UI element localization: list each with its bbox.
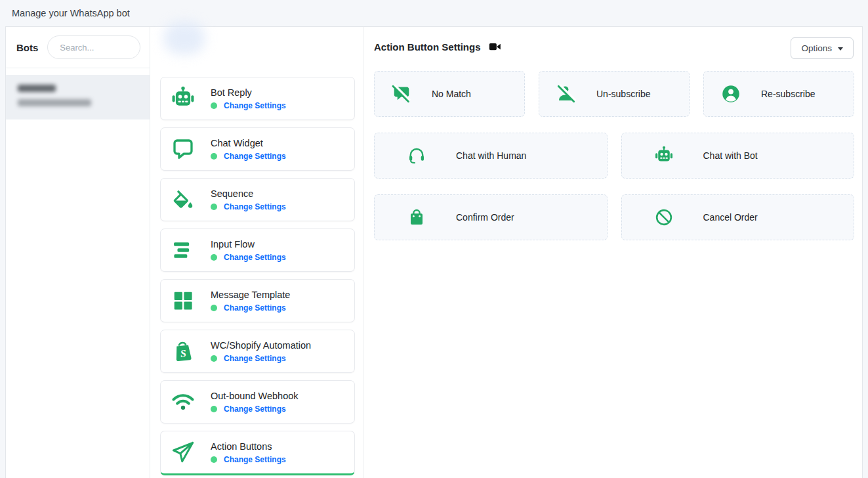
panel-title: Action Button Settings [374, 41, 480, 53]
shopify-bag-icon: S [170, 338, 196, 364]
action-button-label: Re-subscribe [761, 89, 815, 99]
top-bar: Manage your WhatsApp bot [0, 0, 868, 26]
action-button-chat-with-bot[interactable]: Chat with Bot [621, 133, 855, 179]
status-dot [211, 102, 217, 109]
person-circle-icon [720, 83, 741, 104]
person-off-icon [556, 83, 577, 104]
action-button-label: Un-subscribe [596, 89, 650, 99]
feature-card-list: Bot Reply Change Settings Chat Widget Ch… [160, 77, 355, 478]
feature-card-outbound-webhook[interactable]: Out-bound Webhook Change Settings [160, 380, 355, 424]
feature-card-sequence[interactable]: Sequence Change Settings [160, 178, 355, 221]
feature-title: Bot Reply [211, 87, 286, 98]
action-button-no-match[interactable]: No Match [374, 71, 525, 117]
feature-title: Action Buttons [211, 441, 286, 452]
main-container: Bots Bot Reply Change Settings [5, 26, 863, 478]
paper-plane-icon [170, 439, 196, 466]
feature-title: Chat Widget [211, 138, 286, 148]
status-dot [211, 355, 217, 362]
change-settings-link[interactable]: Change Settings [224, 101, 286, 110]
action-button-chat-with-human[interactable]: Chat with Human [374, 133, 608, 179]
feature-card-bot-reply[interactable]: Bot Reply Change Settings [160, 77, 355, 120]
change-settings-link[interactable]: Change Settings [224, 303, 286, 313]
redacted-bot-name [18, 85, 56, 92]
features-column: Bot Reply Change Settings Chat Widget Ch… [150, 27, 363, 478]
panel-header: Action Button Settings [374, 41, 501, 53]
wifi-icon [170, 389, 196, 415]
action-button-label: Confirm Order [456, 212, 514, 223]
action-buttons-grid: No Match Un-subscribe Re-subscribe [374, 71, 854, 256]
action-button-confirm-order[interactable]: Confirm Order [374, 194, 608, 240]
feature-card-wc-shopify[interactable]: S WC/Shopify Automation Change Settings [160, 330, 355, 373]
status-dot [211, 204, 217, 210]
search-input[interactable] [47, 35, 140, 59]
change-settings-link[interactable]: Change Settings [224, 152, 286, 161]
action-button-label: No Match [432, 89, 471, 99]
paint-fill-icon [170, 186, 196, 213]
feature-title: Sequence [211, 188, 286, 199]
ban-icon [653, 207, 674, 228]
options-button[interactable]: Options [791, 37, 854, 59]
headset-icon [406, 145, 427, 166]
action-button-cancel-order[interactable]: Cancel Order [621, 194, 855, 240]
action-button-label: Chat with Bot [703, 150, 758, 161]
action-button-label: Chat with Human [456, 150, 526, 161]
feature-title: Input Flow [211, 239, 286, 250]
feature-card-message-template[interactable]: Message Template Change Settings [160, 279, 355, 322]
change-settings-link[interactable]: Change Settings [224, 354, 286, 363]
change-settings-link[interactable]: Change Settings [224, 404, 286, 414]
bars-icon [170, 237, 196, 263]
change-settings-link[interactable]: Change Settings [224, 202, 286, 211]
status-dot [211, 254, 217, 261]
grid-icon [170, 288, 196, 314]
change-settings-link[interactable]: Change Settings [224, 253, 286, 262]
action-button-resubscribe[interactable]: Re-subscribe [703, 71, 854, 117]
feature-title: WC/Shopify Automation [211, 340, 311, 351]
action-button-settings-panel: Action Button Settings Options No Match [363, 27, 862, 478]
feature-card-chat-widget[interactable]: Chat Widget Change Settings [160, 127, 355, 171]
robot-icon [170, 85, 196, 112]
feature-card-action-buttons[interactable]: Action Buttons Change Settings [160, 431, 355, 475]
caret-down-icon [838, 47, 843, 51]
feature-title: Message Template [211, 290, 290, 300]
feature-card-input-flow[interactable]: Input Flow Change Settings [160, 228, 355, 272]
sidebar-title: Bots [16, 42, 38, 53]
status-dot [211, 153, 217, 160]
svg-text:S: S [180, 347, 187, 359]
status-dot [211, 305, 217, 311]
shopping-bag-icon [406, 207, 427, 228]
chat-bubble-icon [170, 136, 196, 162]
status-dot [211, 406, 217, 412]
action-button-unsubscribe[interactable]: Un-subscribe [539, 71, 690, 117]
redacted-bot-phone [18, 99, 91, 106]
status-dot [211, 456, 217, 463]
robot-icon [653, 145, 674, 166]
chat-off-icon [391, 83, 412, 104]
feature-title: Out-bound Webhook [211, 391, 299, 401]
video-camera-icon[interactable] [489, 42, 501, 52]
change-settings-link[interactable]: Change Settings [224, 455, 286, 464]
action-button-label: Cancel Order [703, 212, 758, 223]
bots-sidebar: Bots [6, 27, 150, 478]
page-title: Manage your WhatsApp bot [12, 8, 130, 18]
options-button-label: Options [801, 43, 832, 53]
sidebar-header: Bots [6, 27, 150, 68]
redacted-avatar [163, 22, 205, 54]
bot-list-item-selected[interactable] [6, 75, 150, 120]
